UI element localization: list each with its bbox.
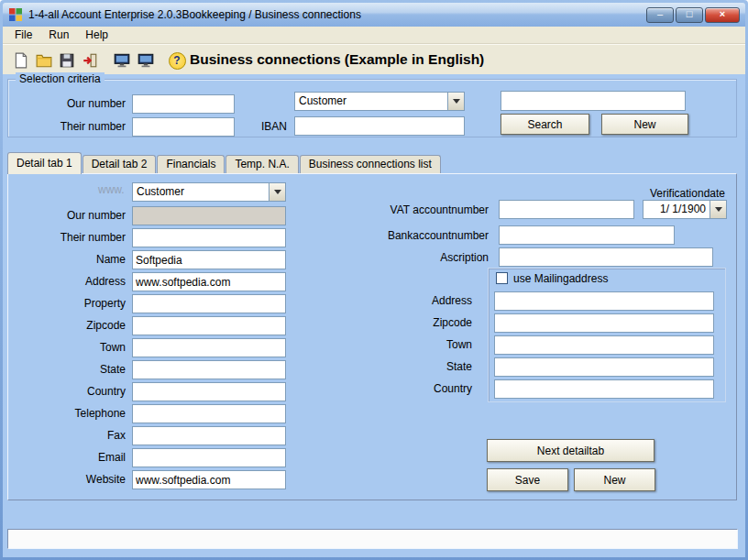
chevron-down-icon[interactable] bbox=[710, 201, 726, 218]
mailing-address-label: Address bbox=[373, 291, 472, 311]
chevron-down-icon[interactable] bbox=[447, 93, 464, 110]
new-button[interactable]: New bbox=[601, 114, 688, 135]
mailing-town-input[interactable] bbox=[494, 335, 714, 355]
toolbar: ? Business connections (Example in Engli… bbox=[3, 44, 745, 74]
selection-criteria-legend: Selection criteria bbox=[16, 72, 104, 85]
watermark-text: www. bbox=[98, 183, 125, 196]
iban-input[interactable] bbox=[294, 116, 465, 136]
vat-accountnumber-label: VAT accountnumber bbox=[347, 201, 489, 220]
connection-type-select[interactable]: Customer bbox=[294, 92, 465, 111]
save-icon[interactable] bbox=[56, 49, 78, 71]
mailing-zipcode-input[interactable] bbox=[494, 313, 714, 333]
their-number-input[interactable] bbox=[132, 228, 286, 247]
our-number-label: Our number bbox=[16, 94, 126, 114]
ascription-label: Ascription bbox=[347, 248, 489, 268]
close-button[interactable]: × bbox=[705, 7, 740, 23]
address-label: Address bbox=[22, 272, 126, 291]
email-label: Email bbox=[22, 448, 126, 467]
fax-input[interactable] bbox=[132, 426, 286, 445]
tabstrip: Detail tab 1 Detail tab 2 Financials Tem… bbox=[7, 153, 442, 173]
tab-detail-1[interactable]: Detail tab 1 bbox=[7, 152, 82, 174]
save-button[interactable]: Save bbox=[487, 468, 568, 491]
country-label: Country bbox=[22, 382, 126, 401]
zipcode-label: Zipcode bbox=[22, 316, 126, 335]
our-number-label: Our number bbox=[22, 206, 126, 225]
help-icon[interactable]: ? bbox=[166, 49, 188, 71]
our-number-input[interactable] bbox=[132, 206, 286, 225]
vat-accountnumber-input[interactable] bbox=[499, 200, 634, 219]
mailing-address-input[interactable] bbox=[494, 291, 714, 311]
iban-label: IBAN bbox=[219, 117, 287, 137]
menubar: File Run Help bbox=[3, 27, 745, 44]
menu-help[interactable]: Help bbox=[77, 27, 116, 42]
chevron-down-icon[interactable] bbox=[269, 183, 285, 201]
page-title: Business connections (Example in English… bbox=[190, 51, 484, 68]
detail-new-button[interactable]: New bbox=[574, 468, 655, 491]
state-label: State bbox=[22, 360, 126, 379]
detail-type-select[interactable]: Customer bbox=[132, 182, 286, 202]
ascription-input[interactable] bbox=[499, 247, 713, 267]
use-mailingaddress-label: use Mailingaddress bbox=[513, 269, 608, 288]
mailing-state-input[interactable] bbox=[494, 357, 714, 377]
window-title: 1-4-all Account Enterprise 2.0.3Bookkeep… bbox=[28, 8, 646, 21]
app-icon bbox=[8, 7, 23, 22]
mailing-state-label: State bbox=[373, 357, 472, 377]
menu-run[interactable]: Run bbox=[40, 27, 77, 42]
country-input[interactable] bbox=[132, 382, 286, 401]
detail-tab-panel: www. Customer Our number Their number Na… bbox=[7, 173, 737, 500]
tab-detail-2[interactable]: Detail tab 2 bbox=[82, 155, 157, 173]
bankaccountnumber-label: Bankaccountnumber bbox=[347, 226, 489, 246]
fax-label: Fax bbox=[22, 426, 126, 445]
verificationdate-select[interactable]: 1/ 1/1900 bbox=[643, 200, 727, 219]
property-input[interactable] bbox=[132, 294, 286, 313]
tab-financials[interactable]: Financials bbox=[157, 155, 225, 173]
name-label: Name bbox=[22, 250, 126, 269]
their-number-label: Their number bbox=[16, 117, 126, 137]
their-number-label: Their number bbox=[22, 228, 126, 247]
mailing-country-label: Country bbox=[373, 379, 472, 399]
monitor-icon[interactable] bbox=[111, 49, 133, 71]
exit-icon[interactable] bbox=[79, 49, 101, 71]
new-document-icon[interactable] bbox=[10, 49, 32, 71]
mailing-country-input[interactable] bbox=[494, 379, 714, 399]
use-mailingaddress-checkbox[interactable] bbox=[496, 272, 508, 284]
town-label: Town bbox=[22, 338, 126, 357]
our-number-search-input[interactable] bbox=[132, 94, 235, 114]
telephone-label: Telephone bbox=[22, 404, 126, 423]
mailing-zipcode-label: Zipcode bbox=[373, 313, 472, 333]
mailing-town-label: Town bbox=[373, 335, 472, 355]
caption-buttons: – □ × bbox=[646, 7, 740, 23]
property-label: Property bbox=[22, 294, 126, 313]
town-input[interactable] bbox=[132, 338, 286, 357]
titlebar: 1-4-all Account Enterprise 2.0.3Bookkeep… bbox=[3, 3, 745, 27]
selection-criteria-group: Selection criteria Our number Their numb… bbox=[7, 79, 737, 137]
website-label: Website bbox=[22, 470, 126, 489]
tab-temp-na[interactable]: Temp. N.A. bbox=[226, 155, 298, 173]
state-input[interactable] bbox=[132, 360, 286, 379]
tab-business-connections-list[interactable]: Business connections list bbox=[300, 155, 441, 173]
open-folder-icon[interactable] bbox=[33, 49, 55, 71]
email-input[interactable] bbox=[132, 448, 286, 467]
address-input[interactable] bbox=[132, 272, 286, 291]
search-button[interactable]: Search bbox=[500, 114, 589, 135]
search-text-input[interactable] bbox=[500, 91, 686, 111]
bankaccountnumber-input[interactable] bbox=[499, 225, 675, 245]
minimize-button[interactable]: – bbox=[646, 7, 674, 23]
menu-file[interactable]: File bbox=[6, 27, 40, 42]
client-area: Selection criteria Our number Their numb… bbox=[3, 74, 745, 557]
telephone-input[interactable] bbox=[132, 404, 286, 423]
next-detailtab-button[interactable]: Next detailtab bbox=[487, 439, 654, 462]
website-input[interactable] bbox=[132, 470, 286, 489]
zipcode-input[interactable] bbox=[132, 316, 286, 335]
monitor-icon[interactable] bbox=[135, 49, 157, 71]
maximize-button[interactable]: □ bbox=[676, 7, 703, 23]
app-window: 1-4-all Account Enterprise 2.0.3Bookkeep… bbox=[0, 0, 748, 560]
status-bar bbox=[7, 529, 738, 549]
name-input[interactable] bbox=[132, 250, 286, 269]
